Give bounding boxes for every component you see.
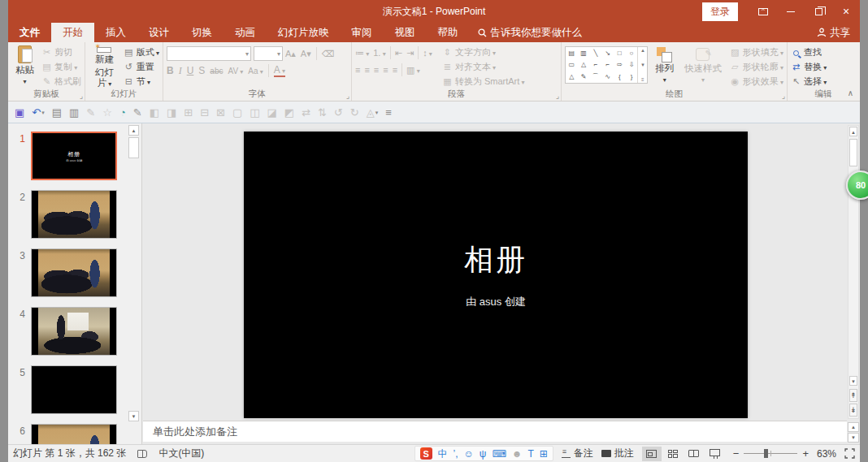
qat-format-painter-button[interactable]: ✎ — [86, 107, 95, 118]
font-dialog-launcher-icon[interactable]: ⌟ — [346, 92, 349, 100]
layout-button[interactable]: ▤版式 — [124, 46, 159, 58]
notes-pane[interactable]: 单击此处添加备注 — [143, 421, 847, 442]
distribute-text-button[interactable]: ≡ — [393, 65, 397, 75]
reset-button[interactable]: ↺重置 — [124, 61, 159, 73]
normal-view-button[interactable] — [642, 447, 662, 461]
comments-toggle-button[interactable]: 批注 — [601, 447, 634, 460]
shape-glyph-4[interactable]: □ — [618, 50, 622, 57]
slide-thumbnail-3[interactable]: 3 — [8, 248, 141, 297]
close-button[interactable]: × — [832, 0, 860, 23]
character-spacing-button[interactable]: AV — [228, 67, 243, 76]
zoom-out-button[interactable]: − — [733, 447, 740, 460]
thumbnail-scroll-down-icon[interactable]: ▼ — [128, 411, 139, 421]
ribbon-display-options-button[interactable] — [749, 0, 777, 23]
slide-thumbnail-1[interactable]: 1相册由 asus 创建 — [8, 132, 141, 180]
qat-rotate-left-button[interactable]: ↺ — [334, 107, 343, 118]
cut-button[interactable]: ✂剪切 — [41, 46, 81, 58]
qat-crop-button[interactable]: ▢ — [232, 107, 242, 118]
format-painter-button[interactable]: ✎格式刷 — [41, 76, 81, 88]
tab-review[interactable]: 审阅 — [341, 23, 384, 42]
shape-glyph-13[interactable]: ✎ — [581, 73, 587, 80]
shape-outline-button[interactable]: ▱形状轮廓 — [730, 61, 783, 73]
tab-transitions[interactable]: 切换 — [180, 23, 224, 42]
new-slide-button[interactable]: 新建 幻灯片 — [89, 45, 120, 89]
slide-show-button[interactable] — [705, 447, 725, 461]
decrease-indent-button[interactable]: ⇤ — [395, 48, 402, 58]
ime-chinese-icon[interactable]: 中 — [438, 449, 448, 459]
italic-button[interactable]: I — [179, 65, 182, 77]
clear-formatting-button[interactable]: ⌫ — [322, 49, 335, 59]
qat-bring-forward-button[interactable]: ◧ — [150, 107, 159, 118]
qat-pen-button[interactable]: ✎ — [133, 107, 142, 118]
scroll-up-icon[interactable]: ▲ — [849, 127, 857, 136]
scroll-down-icon[interactable]: ▼ — [849, 376, 857, 386]
tab-insert[interactable]: 插入 — [94, 23, 137, 42]
align-left-button[interactable]: ≡ — [355, 65, 360, 75]
notes-toggle-button[interactable]: 备注 — [562, 447, 593, 460]
select-button[interactable]: ↖选择 — [791, 76, 827, 88]
thumbnail-scrollbar[interactable]: ▲ ▼ — [128, 123, 139, 444]
ime-skin-icon[interactable]: T — [527, 449, 533, 459]
shape-glyph-15[interactable]: ∿ — [605, 73, 610, 80]
shape-glyph-11[interactable]: ⇩ — [629, 61, 635, 68]
qat-distribute-horizontal-button[interactable]: ⇄ — [302, 107, 310, 118]
qat-flip-button[interactable]: ◬▾ — [367, 107, 379, 118]
ime-voice-icon[interactable]: ψ — [480, 449, 487, 459]
clipboard-dialog-launcher-icon[interactable]: ⌟ — [80, 92, 83, 100]
restore-button[interactable] — [805, 0, 832, 23]
tab-animations[interactable]: 动画 — [224, 23, 267, 42]
change-case-button[interactable]: Aa — [248, 67, 263, 76]
convert-smartart-button[interactable]: ▦转换为 SmartArt — [442, 76, 525, 88]
qat-align-left-button[interactable]: ◫ — [250, 107, 259, 118]
paste-button[interactable]: 粘贴 — [11, 45, 38, 89]
tab-slideshow[interactable]: 幻灯片放映 — [267, 23, 341, 42]
qat-new-slide-button[interactable]: ▤ — [52, 107, 62, 118]
shape-glyph-17[interactable]: } — [631, 73, 633, 80]
qat-undo-button[interactable]: ↶▾ — [32, 107, 44, 118]
find-button[interactable]: 查找 — [791, 46, 827, 58]
copy-button[interactable]: ▤复制 — [41, 61, 81, 73]
shape-effects-button[interactable]: ◉形状效果 — [730, 76, 783, 88]
shapes-scroll-down-icon[interactable]: ▼ — [640, 63, 645, 67]
ime-emoji-icon[interactable]: ☺ — [464, 449, 474, 459]
notes-scrollbar[interactable]: ▲ ▼ — [848, 422, 859, 443]
minimize-button[interactable] — [777, 0, 805, 23]
bold-button[interactable]: B — [167, 65, 174, 76]
notes-scroll-down-icon[interactable]: ▼ — [848, 433, 859, 443]
strikethrough-button[interactable]: abc — [210, 67, 223, 76]
ime-person-icon[interactable]: ☻ — [512, 449, 523, 459]
shape-fill-button[interactable]: ▨形状填充 — [730, 46, 783, 58]
columns-button[interactable]: ▥ — [406, 65, 420, 76]
sogou-logo-icon[interactable]: S — [420, 447, 432, 460]
zoom-in-button[interactable]: + — [802, 447, 809, 460]
font-color-button[interactable]: A — [274, 64, 285, 77]
collapse-ribbon-icon[interactable]: ∧ — [848, 89, 853, 97]
font-name-select[interactable]: ▾ — [167, 46, 251, 61]
spell-check-icon[interactable] — [137, 450, 147, 458]
shape-glyph-9[interactable]: ⌐ — [605, 61, 610, 68]
qat-slide-layout-button[interactable]: ▥ — [69, 107, 79, 118]
grow-font-button[interactable]: A▴ — [285, 49, 296, 59]
bullets-button[interactable]: ≔ — [355, 48, 369, 58]
ime-punctuation-icon[interactable]: ’, — [454, 449, 458, 459]
shape-glyph-14[interactable]: ⌒ — [592, 72, 599, 81]
shape-glyph-1[interactable]: ▥ — [580, 50, 587, 57]
qat-qat-overflow-button[interactable]: ≡ — [385, 107, 392, 118]
zoom-slider[interactable] — [744, 453, 797, 454]
zoom-slider-thumb[interactable] — [764, 449, 768, 458]
qat-send-backward-button[interactable]: ◨ — [167, 107, 176, 118]
slide-thumbnail-6[interactable]: 6 — [8, 424, 141, 444]
shapes-gallery[interactable]: ▤▥╲↘□○▭△⌐⌐⇨⇩△✎⌒∿{} ▲ ▼ ≡ — [565, 46, 648, 84]
shape-glyph-5[interactable]: ○ — [630, 50, 634, 57]
font-size-select[interactable]: ▾ — [254, 46, 283, 61]
ime-keyboard-icon[interactable]: ⌨ — [492, 449, 506, 459]
section-button[interactable]: ⊟节 — [124, 76, 159, 88]
shape-glyph-8[interactable]: ⌐ — [593, 61, 597, 68]
justify-button[interactable]: ≡ — [383, 65, 388, 75]
notes-scroll-up-icon[interactable]: ▲ — [848, 422, 859, 432]
text-shadow-button[interactable]: S — [198, 65, 205, 76]
thumbnail-scroll-up-icon[interactable]: ▲ — [128, 125, 139, 136]
increase-indent-button[interactable]: ⇥ — [406, 48, 414, 58]
zoom-level[interactable]: 63% — [817, 448, 836, 460]
tab-help[interactable]: 帮助 — [427, 23, 470, 42]
